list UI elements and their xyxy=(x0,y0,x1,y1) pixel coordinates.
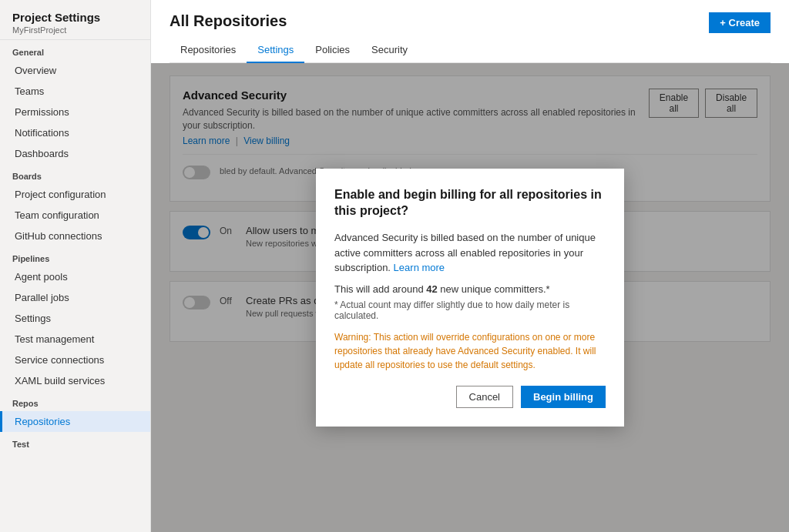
section-label-general: General xyxy=(0,40,150,60)
cancel-button[interactable]: Cancel xyxy=(456,386,513,408)
modal-overlay: Enable and begin billing for all reposit… xyxy=(151,63,789,532)
dialog-note: * Actual count may differ slightly due t… xyxy=(334,299,606,321)
tab-settings[interactable]: Settings xyxy=(247,38,304,63)
dialog-count: This will add around 42 new unique commi… xyxy=(334,283,606,295)
section-label-boards: Boards xyxy=(0,164,150,184)
tab-repositories[interactable]: Repositories xyxy=(170,38,247,63)
dialog-body-text: Advanced Security is billed based on the… xyxy=(334,232,596,273)
dialog-body: Advanced Security is billed based on the… xyxy=(334,230,606,276)
main-content: All Repositories + Create Repositories S… xyxy=(151,0,789,532)
sidebar-item-permissions[interactable]: Permissions xyxy=(0,102,150,122)
sidebar-item-settings[interactable]: Settings xyxy=(0,308,150,329)
sidebar-subtitle: MyFirstProject xyxy=(12,25,138,35)
sidebar-item-overview[interactable]: Overview xyxy=(0,60,150,81)
sidebar-item-xaml-build-services[interactable]: XAML build services xyxy=(0,370,150,391)
tab-policies[interactable]: Policies xyxy=(304,38,361,63)
begin-billing-button[interactable]: Begin billing xyxy=(521,386,606,408)
section-label-test: Test xyxy=(0,432,150,452)
sidebar-item-agent-pools[interactable]: Agent pools xyxy=(0,266,150,287)
dialog-warning: Warning: This action will override confi… xyxy=(334,330,606,372)
page-title: All Repositories xyxy=(170,12,771,30)
sidebar-item-team-configuration[interactable]: Team configuration xyxy=(0,205,150,226)
count-text-before: This will add around xyxy=(334,283,426,295)
sidebar-item-teams[interactable]: Teams xyxy=(0,81,150,102)
section-label-repos: Repos xyxy=(0,391,150,411)
count-text-after: new unique committers.* xyxy=(438,283,550,295)
content-area: Advanced Security Advanced Security is b… xyxy=(151,63,789,532)
tab-bar: Repositories Settings Policies Security xyxy=(170,38,771,63)
section-label-pipelines: Pipelines xyxy=(0,246,150,266)
sidebar-item-notifications[interactable]: Notifications xyxy=(0,122,150,143)
billing-dialog: Enable and begin billing for all reposit… xyxy=(316,169,624,426)
dialog-title: Enable and begin billing for all reposit… xyxy=(334,187,606,219)
main-actions: + Create xyxy=(709,12,771,33)
sidebar-item-project-configuration[interactable]: Project configuration xyxy=(0,184,150,205)
dialog-footer: Cancel Begin billing xyxy=(334,386,606,408)
main-header: All Repositories + Create Repositories S… xyxy=(151,0,789,63)
sidebar-item-test-management[interactable]: Test management xyxy=(0,329,150,350)
sidebar-title: Project Settings xyxy=(12,11,138,24)
dialog-learn-more-link[interactable]: Learn more xyxy=(394,262,445,273)
sidebar: Project Settings MyFirstProject General … xyxy=(0,0,151,532)
tab-security[interactable]: Security xyxy=(361,38,418,63)
sidebar-item-service-connections[interactable]: Service connections xyxy=(0,350,150,370)
sidebar-header: Project Settings MyFirstProject xyxy=(0,0,150,40)
sidebar-item-repositories[interactable]: Repositories xyxy=(0,411,150,432)
sidebar-item-github-connections[interactable]: GitHub connections xyxy=(0,226,150,246)
sidebar-item-parallel-jobs[interactable]: Parallel jobs xyxy=(0,287,150,308)
sidebar-item-dashboards[interactable]: Dashboards xyxy=(0,143,150,164)
count-number: 42 xyxy=(426,283,437,295)
create-button[interactable]: + Create xyxy=(709,12,771,33)
